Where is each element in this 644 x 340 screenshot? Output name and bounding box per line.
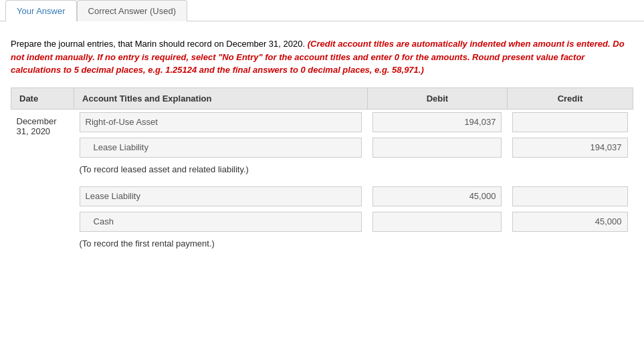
debit-cell-2[interactable]: [367, 135, 507, 160]
gap-cell: [11, 178, 633, 184]
debit-cell-4[interactable]: [367, 209, 507, 234]
account-input-1[interactable]: [80, 112, 362, 132]
tab-your-answer[interactable]: Your Answer: [5, 0, 77, 21]
table-row: [11, 135, 633, 160]
date-cell-2: [11, 184, 74, 209]
content-area: Prepare the journal entries, that Marin …: [0, 32, 644, 263]
account-cell-4[interactable]: [74, 209, 368, 234]
date-cell: December 31, 2020: [11, 109, 74, 178]
credit-input-2[interactable]: [512, 138, 627, 158]
journal-table: Date Account Titles and Explanation Debi…: [11, 88, 633, 252]
table-row: [11, 184, 633, 209]
tabs-container: Your Answer Correct Answer (Used): [0, 0, 644, 21]
account-cell-2[interactable]: [74, 135, 368, 160]
credit-cell-1[interactable]: [507, 109, 633, 135]
date-cell-4: [11, 234, 74, 252]
note-row-2: (To record the first rental payment.): [11, 234, 633, 252]
account-cell-1[interactable]: [74, 109, 368, 135]
table-row: [11, 209, 633, 234]
debit-input-1[interactable]: [372, 112, 502, 132]
instructions: Prepare the journal entries, that Marin …: [11, 37, 633, 77]
credit-input-1[interactable]: [512, 112, 627, 132]
debit-input-4[interactable]: [372, 212, 502, 232]
debit-cell-1[interactable]: [367, 109, 507, 135]
header-account: Account Titles and Explanation: [74, 88, 368, 109]
credit-cell-4[interactable]: [507, 209, 633, 234]
header-debit: Debit: [367, 88, 507, 109]
debit-input-3[interactable]: [372, 186, 502, 206]
header-date: Date: [11, 88, 74, 109]
note-text-2: (To record the first rental payment.): [74, 234, 633, 252]
table-header-row: Date Account Titles and Explanation Debi…: [11, 88, 633, 109]
date-cell-3: [11, 209, 74, 234]
account-input-4[interactable]: [80, 212, 362, 232]
instructions-black: Prepare the journal entries, that Marin …: [11, 39, 305, 49]
debit-cell-3[interactable]: [367, 184, 507, 209]
section-gap: [11, 178, 633, 184]
account-input-3[interactable]: [80, 186, 362, 206]
account-cell-3[interactable]: [74, 184, 368, 209]
header-credit: Credit: [507, 88, 633, 109]
credit-cell-2[interactable]: [507, 135, 633, 160]
account-input-2[interactable]: [80, 138, 362, 158]
note-text-1: (To record leased asset and related liab…: [74, 160, 633, 178]
credit-cell-3[interactable]: [507, 184, 633, 209]
credit-input-4[interactable]: [512, 212, 627, 232]
credit-input-3[interactable]: [512, 186, 627, 206]
debit-input-2[interactable]: [372, 138, 502, 158]
tab-correct-answer[interactable]: Correct Answer (Used): [77, 0, 187, 21]
note-row-1: (To record leased asset and related liab…: [11, 160, 633, 178]
table-row: December 31, 2020: [11, 109, 633, 135]
